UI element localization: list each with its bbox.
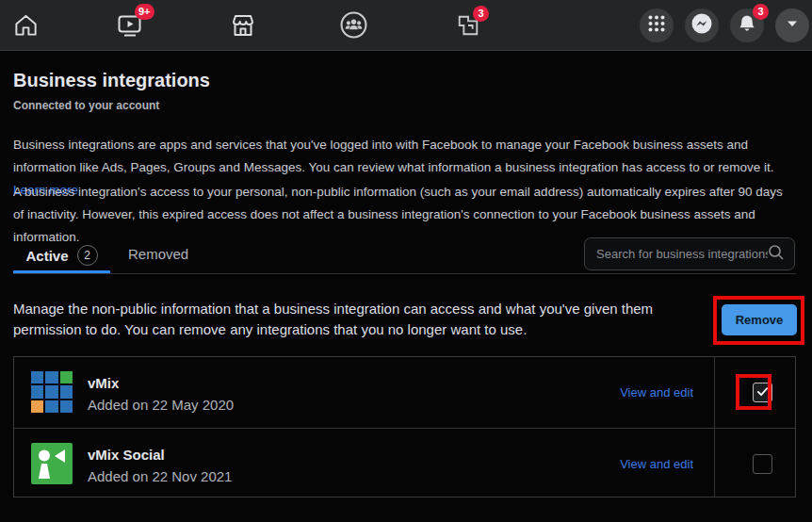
messenger-icon (690, 12, 713, 39)
table-row: vMix Added on 22 May 2020 View and edit (14, 357, 795, 428)
page-title: Business integrations (13, 70, 210, 91)
vmix-app-icon (31, 371, 73, 413)
groups-tab[interactable] (340, 11, 367, 39)
menu-grid-icon (647, 14, 666, 37)
tab-active[interactable]: Active 2 (13, 240, 110, 270)
vmix-social-app-icon (31, 443, 73, 484)
menu-button[interactable] (640, 8, 674, 42)
tabs-divider (13, 273, 796, 274)
search-box (584, 237, 795, 270)
view-and-edit-link[interactable]: View and edit (620, 385, 693, 400)
description-1-text: Business integrations are apps and servi… (13, 138, 773, 174)
view-and-edit-link[interactable]: View and edit (620, 457, 693, 471)
integration-added-date: Added on 22 Nov 2021 (88, 468, 232, 484)
marketplace-icon (230, 12, 256, 39)
tab-active-count-badge: 2 (77, 245, 98, 266)
groups-icon (340, 11, 367, 39)
notifications-button[interactable]: 3 (730, 8, 764, 42)
integration-name: vMix (88, 375, 119, 391)
business-integrations-page: 9+ (0, 0, 812, 522)
remove-button[interactable]: Remove (722, 304, 797, 335)
tab-removed[interactable]: Removed (128, 246, 188, 262)
integrations-table: vMix Added on 22 May 2020 View and edit (13, 356, 796, 498)
account-menu-button[interactable] (775, 8, 809, 42)
integration-checkbox-checked[interactable] (753, 383, 772, 402)
integration-checkbox-unchecked[interactable] (753, 454, 772, 474)
search-icon[interactable] (768, 244, 785, 265)
home-tab[interactable] (13, 12, 39, 38)
marketplace-tab[interactable] (230, 12, 256, 39)
checkmark-icon (756, 384, 769, 401)
integration-added-date: Added on 22 May 2020 (88, 397, 234, 413)
manage-description: Manage the non-public information that a… (13, 299, 682, 340)
gaming-tab[interactable]: 3 (456, 13, 480, 38)
chevron-down-icon (785, 16, 800, 35)
search-input[interactable] (596, 247, 768, 261)
top-navigation-bar: 9+ (0, 0, 812, 51)
notifications-badge: 3 (753, 4, 769, 20)
table-row: vMix Social Added on 22 Nov 2021 View an… (14, 428, 795, 498)
integration-name: vMix Social (88, 447, 165, 463)
tab-active-label: Active (25, 248, 68, 264)
page-subtitle: Connected to your account (13, 99, 159, 112)
gaming-badge: 3 (473, 6, 489, 22)
watch-badge: 9+ (135, 4, 154, 20)
watch-tab[interactable]: 9+ (117, 12, 143, 39)
home-icon (13, 12, 39, 38)
messenger-button[interactable] (685, 8, 719, 42)
